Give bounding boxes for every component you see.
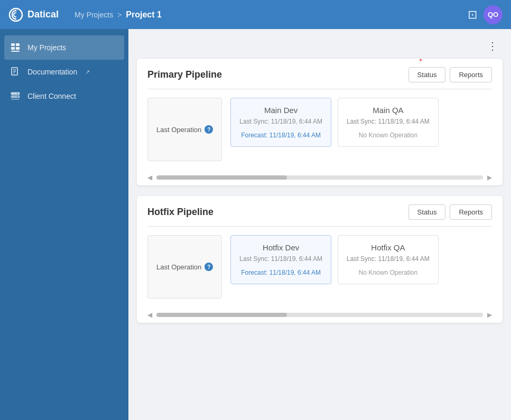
- breadcrumb-project[interactable]: My Projects: [75, 11, 113, 19]
- grid-icon: [10, 42, 21, 53]
- logo-text: Datical: [27, 9, 59, 20]
- primary-step-main-dev-name: Main Dev: [239, 106, 322, 115]
- hotfix-pipeline-header: Hotfix Pipeline Status Reports: [137, 196, 503, 226]
- primary-scrollbar-track[interactable]: [156, 175, 483, 180]
- datical-logo-icon: [8, 7, 23, 22]
- hotfix-scrollbar-thumb: [156, 313, 287, 317]
- primary-pipeline-body: Last Operation ? Main Dev Last Sync: 11/…: [137, 89, 503, 170]
- hotfix-step-hotfix-dev-operation: Forecast: 11/18/19, 6:44 AM: [239, 269, 322, 276]
- sidebar-item-documentation[interactable]: Documentation ↗: [0, 60, 128, 84]
- sidebar-item-my-projects[interactable]: My Projects: [4, 35, 124, 60]
- content-area: ⋮ Primary Pipeline ↓ Status Reports: [128, 29, 511, 420]
- main-layout: My Projects Documentation ↗: [0, 29, 511, 420]
- logo[interactable]: Datical: [8, 7, 59, 22]
- sidebar-item-client-connect-label: Client Connect: [27, 92, 76, 100]
- primary-status-button[interactable]: Status: [408, 67, 446, 82]
- svg-rect-3: [11, 47, 15, 50]
- three-dot-menu-button[interactable]: ⋮: [483, 38, 503, 54]
- hotfix-step-hotfix-qa-operation: No Known Operation: [347, 269, 430, 276]
- svg-point-14: [17, 96, 18, 97]
- breadcrumb-current: Project 1: [126, 10, 162, 20]
- hotfix-pipeline-body: Last Operation ? Hotfix Dev Last Sync: 1…: [137, 227, 503, 307]
- primary-pipeline-card: Primary Pipeline ↓ Status Reports Last O…: [137, 59, 503, 185]
- hotfix-step-hotfix-qa-sync: Last Sync: 11/18/19, 6:44 AM: [347, 255, 430, 263]
- hotfix-step-hotfix-dev: Hotfix Dev Last Sync: 11/18/19, 6:44 AM …: [230, 235, 331, 284]
- primary-pipeline-actions: ↓ Status Reports: [408, 67, 492, 82]
- svg-rect-1: [11, 43, 15, 46]
- hotfix-last-operation: Last Operation ?: [147, 235, 222, 298]
- doc-icon: [10, 66, 21, 78]
- hotfix-scrollbar-track[interactable]: [156, 313, 483, 317]
- primary-last-operation-label: Last Operation: [156, 126, 201, 134]
- hotfix-step-hotfix-dev-name: Hotfix Dev: [239, 243, 322, 252]
- svg-rect-5: [11, 51, 20, 52]
- primary-step-main-dev-sync: Last Sync: 11/18/19, 6:44 AM: [239, 118, 322, 125]
- primary-last-operation: Last Operation ?: [147, 98, 222, 161]
- hotfix-last-operation-label: Last Operation: [156, 263, 201, 271]
- primary-step-main-qa: Main QA Last Sync: 11/18/19, 6:44 AM No …: [338, 98, 439, 147]
- hotfix-last-operation-help-icon[interactable]: ?: [205, 263, 213, 271]
- content-header: ⋮: [137, 38, 503, 54]
- external-link-icon: ↗: [85, 69, 90, 76]
- sidebar: My Projects Documentation ↗: [0, 29, 128, 420]
- svg-rect-2: [16, 43, 20, 46]
- primary-step-main-dev-operation: Forecast: 11/18/19, 6:44 AM: [239, 132, 322, 139]
- hotfix-scroll-right-icon[interactable]: ▶: [487, 311, 492, 319]
- primary-step-main-qa-operation: No Known Operation: [347, 132, 430, 139]
- primary-scroll-left-icon[interactable]: ◀: [147, 174, 152, 181]
- primary-scroll-right-icon[interactable]: ▶: [487, 174, 492, 181]
- header: Datical My Projects > Project 1 ⊡ QO: [0, 0, 511, 29]
- svg-point-13: [17, 93, 18, 94]
- sidebar-item-my-projects-label: My Projects: [27, 43, 66, 52]
- primary-scrollbar-thumb: [156, 175, 287, 180]
- hotfix-scrollbar-area: ◀ ▶: [137, 307, 503, 323]
- breadcrumb: My Projects > Project 1: [75, 10, 162, 20]
- primary-step-main-qa-sync: Last Sync: 11/18/19, 6:44 AM: [347, 118, 430, 125]
- red-arrow-annotation: ↓: [418, 59, 424, 64]
- hotfix-reports-button[interactable]: Reports: [450, 204, 492, 220]
- primary-step-main-dev: Main Dev Last Sync: 11/18/19, 6:44 AM Fo…: [230, 98, 331, 147]
- breadcrumb-separator: >: [117, 11, 122, 19]
- sidebar-item-documentation-label: Documentation: [27, 68, 77, 76]
- hotfix-step-hotfix-dev-sync: Last Sync: 11/18/19, 6:44 AM: [239, 255, 322, 263]
- svg-rect-12: [11, 99, 20, 100]
- primary-step-main-qa-name: Main QA: [347, 106, 430, 115]
- primary-reports-button[interactable]: Reports: [450, 67, 492, 82]
- primary-last-operation-help-icon[interactable]: ?: [205, 125, 213, 134]
- hotfix-pipeline-card: Hotfix Pipeline Status Reports Last Oper…: [137, 196, 503, 323]
- hotfix-pipeline-steps: Hotfix Dev Last Sync: 11/18/19, 6:44 AM …: [230, 235, 439, 284]
- hotfix-step-hotfix-qa: Hotfix QA Last Sync: 11/18/19, 6:44 AM N…: [338, 235, 439, 284]
- primary-pipeline-steps: Main Dev Last Sync: 11/18/19, 6:44 AM Fo…: [230, 98, 439, 147]
- hotfix-status-button[interactable]: Status: [408, 204, 446, 220]
- exit-icon[interactable]: ⊡: [468, 8, 477, 22]
- sidebar-item-client-connect[interactable]: Client Connect: [0, 84, 128, 108]
- primary-scrollbar-area: ◀ ▶: [137, 170, 503, 185]
- primary-pipeline-title: Primary Pipeline: [147, 69, 222, 80]
- hotfix-scroll-left-icon[interactable]: ◀: [147, 311, 152, 319]
- hotfix-step-hotfix-qa-name: Hotfix QA: [347, 243, 430, 252]
- svg-rect-4: [16, 47, 20, 50]
- primary-pipeline-header: Primary Pipeline ↓ Status Reports: [137, 59, 503, 89]
- hotfix-pipeline-actions: Status Reports: [408, 204, 492, 220]
- hotfix-pipeline-title: Hotfix Pipeline: [147, 207, 213, 218]
- header-right: ⊡ QO: [468, 5, 503, 24]
- svg-rect-10: [11, 92, 20, 95]
- svg-rect-11: [11, 96, 20, 98]
- avatar[interactable]: QO: [484, 5, 503, 24]
- server-icon: [10, 90, 21, 102]
